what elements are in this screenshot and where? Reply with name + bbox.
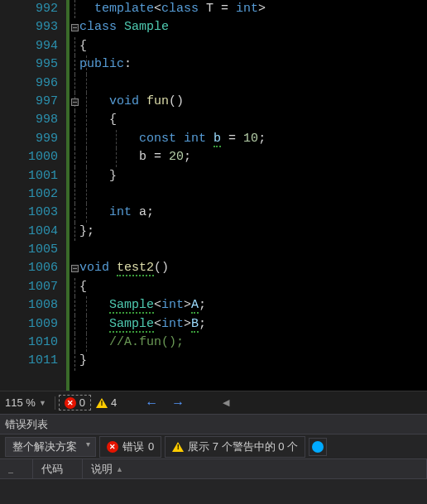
code-editor[interactable]: 992 993 994 995 996 997 998 999 1000 100…	[0, 0, 427, 391]
col-icon[interactable]: ⎯	[0, 459, 33, 478]
error-count[interactable]: 0	[59, 395, 91, 410]
line-number: 1007	[0, 278, 66, 296]
panel-title: 错误列表	[5, 417, 48, 432]
fold-gutter[interactable]	[66, 0, 79, 391]
line-number: 1010	[0, 334, 66, 352]
errors-filter-button[interactable]: 错误 0	[99, 436, 161, 458]
error-icon	[65, 397, 76, 409]
line-number: 999	[0, 130, 66, 148]
chevron-down-icon: ▼	[39, 399, 46, 407]
line-number: 1004	[0, 223, 66, 241]
warning-count[interactable]: 4	[91, 396, 122, 409]
col-description[interactable]: 说明 ▲	[83, 459, 427, 478]
code-content[interactable]: template<class T = int> class Sample { p…	[79, 0, 427, 391]
warning-icon	[96, 398, 108, 408]
error-table-header: ⎯ 代码 说明 ▲	[0, 459, 427, 479]
status-bar: 115 % ▼ 0 4 ← → ◀	[0, 391, 427, 414]
col-code[interactable]: 代码	[33, 459, 83, 478]
line-number: 996	[0, 74, 66, 93]
warning-count-value: 4	[111, 396, 117, 409]
line-number: 994	[0, 37, 66, 55]
error-list-panel: 错误列表 整个解决方案 错误 0 展示 7 个警告中的 0 个 ⎯ 代码 说明 …	[0, 414, 427, 504]
line-number: 1005	[0, 241, 66, 259]
line-number: 1009	[0, 315, 66, 334]
line-number: 1001	[0, 167, 66, 185]
messages-filter-button[interactable]	[309, 438, 327, 456]
scope-combo[interactable]: 整个解决方案	[5, 437, 96, 457]
zoom-control[interactable]: 115 % ▼	[0, 396, 51, 409]
line-number: 1003	[0, 204, 66, 222]
fold-toggle[interactable]	[71, 265, 79, 272]
nav-caret-icon[interactable]: ◀	[216, 397, 236, 408]
nav-back-button[interactable]: ←	[138, 396, 165, 410]
panel-title-bar[interactable]: 错误列表	[0, 415, 427, 434]
fold-toggle[interactable]	[71, 24, 79, 31]
line-number: 1002	[0, 185, 66, 204]
panel-filter-row: 整个解决方案 错误 0 展示 7 个警告中的 0 个	[0, 434, 427, 459]
errors-filter-count: 0	[148, 440, 154, 453]
line-number: 997	[0, 93, 66, 111]
line-number: 1006	[0, 259, 66, 277]
error-count-value: 0	[79, 396, 85, 409]
errors-filter-label: 错误	[122, 439, 144, 454]
line-number: 1000	[0, 148, 66, 166]
fold-toggle[interactable]	[71, 98, 79, 106]
warning-icon	[172, 442, 184, 452]
line-number: 995	[0, 55, 66, 74]
line-number: 998	[0, 111, 66, 129]
scope-value: 整个解决方案	[12, 440, 77, 453]
line-number: 993	[0, 18, 66, 36]
warnings-filter-text: 展示 7 个警告中的 0 个	[188, 439, 298, 454]
info-icon	[312, 441, 324, 453]
line-number-gutter: 992 993 994 995 996 997 998 999 1000 100…	[0, 0, 66, 391]
zoom-value: 115 %	[5, 396, 36, 409]
nav-forward-button[interactable]: →	[165, 396, 191, 410]
warnings-filter-button[interactable]: 展示 7 个警告中的 0 个	[165, 436, 305, 458]
line-number: 1008	[0, 296, 66, 314]
sort-asc-icon: ▲	[116, 465, 123, 473]
line-number: 992	[0, 0, 66, 18]
line-number: 1011	[0, 352, 66, 370]
error-icon	[107, 441, 118, 453]
